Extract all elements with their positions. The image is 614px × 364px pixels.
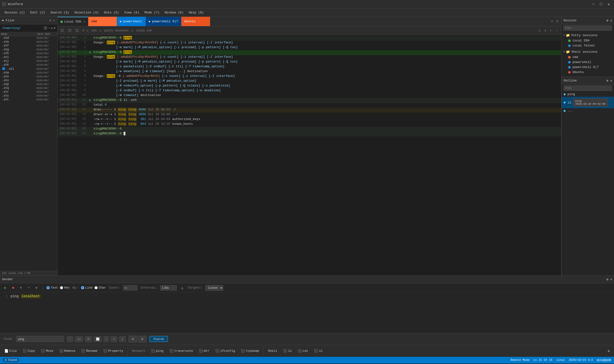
find-prev-button[interactable]: < (128, 336, 137, 342)
sender-settings-icon[interactable]: ⚙ (607, 278, 609, 281)
menu-goto[interactable]: Goto (5) (102, 10, 121, 15)
sender-play-button[interactable]: ▶ (3, 285, 8, 291)
tab-local-ssh-close[interactable]: ✕ (84, 20, 85, 24)
minimize-button[interactable]: ─ (590, 1, 597, 8)
session-item-local-telnet[interactable]: Local Telnet (561, 43, 614, 48)
tab-powershell[interactable]: ▶ powershell (117, 17, 146, 26)
outline-settings-icon[interactable]: ⚙ (607, 79, 609, 83)
toolbar-ls-button[interactable]: ⬛ ls (281, 348, 294, 354)
toolbar-ifconfig-button[interactable]: ⬛ ifconfig (213, 348, 237, 354)
list-item[interactable]: .stm2020/08/ (0, 71, 57, 75)
session-group-putty-header[interactable]: ▼ 📁 Putty sessions (561, 33, 614, 38)
toolbar-remove-button[interactable]: ⬛ Remove (57, 348, 78, 354)
list-item[interactable]: .std2020/08/ (0, 36, 57, 40)
sender-add-button[interactable]: + (18, 285, 23, 291)
list-item[interactable]: .stn2020/06/ (0, 75, 57, 78)
toolbar-rename-button[interactable]: ⬛ Rename (79, 348, 100, 354)
find-case-button[interactable]: Aa (75, 336, 83, 342)
sender-count-input[interactable] (123, 285, 138, 290)
new-window-icon[interactable]: ⬛ (59, 28, 65, 33)
addr-prev-button[interactable]: ❮ (538, 28, 541, 33)
find-next-button[interactable]: > (138, 336, 147, 342)
toolbar-mtr-button[interactable]: ⬛ mtr (196, 348, 212, 354)
session-close-icon[interactable]: ✕ (610, 19, 612, 23)
terminal-content[interactable]: [04:42:50] 1 king@MACBOOK:~$ ping [04:42… (57, 35, 561, 275)
list-item[interactable]: .sti2020/08/ (0, 55, 57, 59)
outline-filter-input[interactable] (564, 86, 612, 91)
menu-window[interactable]: Window (8) (162, 10, 186, 15)
list-item[interactable]: .stf2020/08/ (0, 44, 57, 48)
menu-help[interactable]: Help (0) (186, 10, 206, 15)
sender-close2-button[interactable]: ✕ (34, 285, 39, 291)
filer-refresh-icon[interactable]: ↺ (51, 26, 53, 30)
toolbar-tcpdump-button[interactable]: ⬛ tcpdump (238, 348, 261, 354)
toolbar-traceroute-button[interactable]: ⬛ traceroute (167, 348, 195, 354)
tab-ubuntu[interactable]: Ubuntu (181, 17, 210, 26)
sender-char-radio-input[interactable] (95, 286, 98, 289)
list-item[interactable]: .stt2020/06/ (0, 98, 57, 102)
session-filter-input[interactable] (563, 25, 612, 31)
split-h-icon[interactable]: ⬛ (67, 28, 72, 33)
outline-item-dots[interactable]: ... (562, 108, 614, 113)
addr-dropdown-button[interactable]: ▾ (549, 28, 553, 33)
find-input[interactable] (16, 336, 64, 342)
sender-remove-button[interactable]: − (26, 285, 31, 291)
menu-selection[interactable]: Selection (4) (72, 10, 101, 15)
find-invert-button[interactable]: I (104, 336, 109, 342)
menu-view[interactable]: View (6) (122, 10, 141, 15)
sender-interval-up[interactable]: △ (180, 285, 184, 291)
session-item-powershell67[interactable]: powershell 6|7 (561, 65, 614, 70)
toolbar-move-button[interactable]: ⬛ Move (38, 348, 56, 354)
list-item[interactable]: .sth2020/08/ (0, 52, 57, 55)
list-item[interactable]: .stq2020/06/ (0, 86, 57, 90)
addr-next-button[interactable]: ❯ (544, 28, 547, 33)
session-settings-icon[interactable]: ⚙ (607, 19, 609, 23)
maximize-button[interactable]: □ (598, 1, 604, 8)
close-button[interactable]: ✕ (605, 1, 612, 8)
find-word-button[interactable]: W (85, 336, 92, 342)
list-item[interactable]: .stg2020/08/ (0, 48, 57, 52)
filer-up-icon[interactable]: ↑ (48, 26, 50, 30)
toolbar-more-icon[interactable]: ⚙ (605, 348, 612, 354)
sender-text-radio-input[interactable] (46, 286, 50, 289)
filer-path-icon[interactable]: ⬛ (44, 26, 47, 30)
list-item[interactable]: .stk2020/08/ (0, 63, 57, 67)
session-item-powershell[interactable]: powershell (561, 60, 614, 65)
sender-close-icon[interactable]: ✕ (610, 278, 612, 281)
toolbar-property-button[interactable]: ⬛ Property (101, 348, 126, 354)
addr-ssh-label[interactable]: ssh (91, 28, 98, 33)
tab-cmd[interactable]: cmd (88, 17, 117, 26)
find-wrap-button[interactable]: ⬜ (94, 336, 102, 342)
info-icon[interactable]: ℹ (82, 28, 85, 33)
filer-menu-icon[interactable]: ≡ (54, 26, 56, 30)
sender-line-radio-input[interactable] (81, 286, 84, 289)
find-loop-button[interactable]: ↺ (111, 336, 117, 342)
sender-interval-input[interactable] (160, 285, 177, 290)
sender-stop-button[interactable]: ■ (11, 285, 15, 291)
outline-item-ping[interactable]: ping (562, 92, 614, 97)
menu-mode[interactable]: Mode (7) (142, 10, 162, 15)
outline-close-icon[interactable]: ✕ (610, 79, 612, 83)
filer-settings-icon[interactable]: ⚙ (49, 18, 52, 23)
menu-session[interactable]: Session (1) (2, 10, 27, 15)
toolbar-file-button[interactable]: 📄 File (2, 348, 19, 354)
tab-powershell67[interactable]: ▶ powershell 6|7 (146, 17, 181, 26)
list-item[interactable]: .stj2020/08/ (0, 59, 57, 63)
session-item-cmd[interactable]: cmd (561, 55, 614, 60)
sender-char-radio[interactable]: Char (95, 286, 106, 289)
session-group-shell-header[interactable]: ▼ 📁 Shell sessions (561, 49, 614, 55)
toolbar-cat-button[interactable]: ⬛ cat (295, 348, 311, 354)
sender-hex-radio-input[interactable] (60, 286, 63, 289)
menu-search[interactable]: Search (3) (48, 10, 71, 15)
new-tab-button[interactable]: + (550, 18, 554, 25)
find-regex-button[interactable]: .* (67, 336, 73, 342)
toolbar-ping-button[interactable]: ⬛ ping (148, 348, 166, 354)
filer-close-icon[interactable]: ✕ (53, 18, 56, 23)
toolbar-copy-button[interactable]: ⬛ Copy (20, 348, 37, 354)
addr-more-button[interactable]: ⋮ (555, 28, 559, 33)
find-all-button[interactable]: Find All (149, 336, 168, 342)
list-item[interactable]: .stp2020/06/ (0, 82, 57, 86)
list-item[interactable]: .str2020/06/ (0, 90, 57, 94)
session-item-local-ssh[interactable]: Local SSH (561, 38, 614, 43)
menu-edit[interactable]: Edit (2) (28, 10, 47, 15)
